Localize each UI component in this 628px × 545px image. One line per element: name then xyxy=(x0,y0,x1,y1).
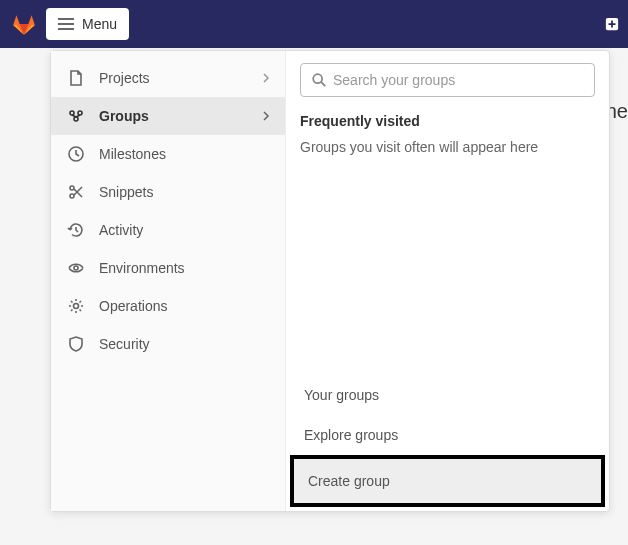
sidebar-item-snippets[interactable]: Snippets xyxy=(51,173,285,211)
plus-icon[interactable] xyxy=(604,16,620,32)
menu-dropdown: Projects Groups Milestones Snippet xyxy=(50,50,610,512)
chevron-right-icon xyxy=(261,70,271,86)
shield-icon xyxy=(67,335,85,353)
menu-button-label: Menu xyxy=(82,16,117,32)
sidebar-item-label: Operations xyxy=(99,298,167,314)
svg-point-8 xyxy=(74,304,79,309)
operations-icon xyxy=(67,297,85,315)
sidebar-item-milestones[interactable]: Milestones xyxy=(51,135,285,173)
your-groups-link[interactable]: Your groups xyxy=(300,375,595,415)
sidebar-item-activity[interactable]: Activity xyxy=(51,211,285,249)
sidebar-item-label: Projects xyxy=(99,70,150,86)
sidebar-item-label: Activity xyxy=(99,222,143,238)
search-icon xyxy=(311,72,327,88)
environment-icon xyxy=(67,259,85,277)
create-group-highlight: Create group xyxy=(290,455,605,507)
topbar: Menu xyxy=(0,0,628,48)
svg-point-7 xyxy=(74,266,78,270)
history-icon xyxy=(67,221,85,239)
menu-button[interactable]: Menu xyxy=(46,8,129,40)
gitlab-logo-icon[interactable] xyxy=(10,10,38,38)
scissors-icon xyxy=(67,183,85,201)
dropdown-content: Frequently visited Groups you visit ofte… xyxy=(286,51,609,511)
explore-groups-link[interactable]: Explore groups xyxy=(300,415,595,455)
sidebar-item-label: Environments xyxy=(99,260,185,276)
hamburger-icon xyxy=(58,15,74,33)
sidebar-item-operations[interactable]: Operations xyxy=(51,287,285,325)
sidebar-item-label: Security xyxy=(99,336,150,352)
chevron-right-icon xyxy=(261,108,271,124)
sidebar-item-projects[interactable]: Projects xyxy=(51,59,285,97)
svg-point-1 xyxy=(70,111,74,115)
frequently-visited-title: Frequently visited xyxy=(300,113,595,129)
search-input-wrapper[interactable] xyxy=(300,63,595,97)
svg-point-3 xyxy=(74,117,78,121)
sidebar-item-label: Milestones xyxy=(99,146,166,162)
search-input[interactable] xyxy=(333,72,584,88)
sidebar-item-security[interactable]: Security xyxy=(51,325,285,363)
svg-point-6 xyxy=(70,194,74,198)
sidebar-item-label: Snippets xyxy=(99,184,153,200)
groups-icon xyxy=(67,107,85,125)
create-group-link[interactable]: Create group xyxy=(294,459,601,503)
sidebar-item-groups[interactable]: Groups xyxy=(51,97,285,135)
svg-point-9 xyxy=(313,74,322,83)
svg-point-2 xyxy=(78,111,82,115)
sidebar-item-label: Groups xyxy=(99,108,149,124)
footer-links: Your groups Explore groups Create group xyxy=(300,375,595,499)
project-icon xyxy=(67,69,85,87)
clock-icon xyxy=(67,145,85,163)
svg-point-5 xyxy=(70,186,74,190)
frequently-visited-subtitle: Groups you visit often will appear here xyxy=(300,139,595,155)
dropdown-sidebar: Projects Groups Milestones Snippet xyxy=(51,51,286,511)
sidebar-item-environments[interactable]: Environments xyxy=(51,249,285,287)
